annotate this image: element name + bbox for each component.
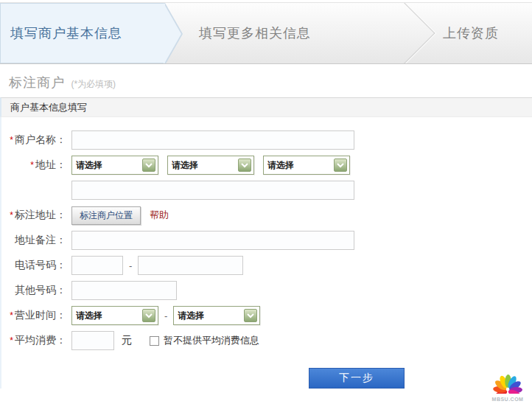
row-other-phone: 其他号码： <box>1 281 532 300</box>
mark-address-label: *标注地址： <box>1 209 66 222</box>
district-select[interactable]: 请选择 <box>263 156 350 175</box>
row-average-cost: *平均消费： 元 暂不提供平均消费信息 <box>1 331 532 350</box>
section-title: 商户基本信息填写 <box>0 97 532 117</box>
close-time-select[interactable]: 请选择 <box>173 306 260 325</box>
required-mark: * <box>10 335 13 346</box>
required-fields-note: (*为必填项) <box>71 79 116 89</box>
chevron-down-icon <box>334 159 347 172</box>
chevron-separator-icon <box>373 2 435 64</box>
chevron-down-icon <box>142 159 155 172</box>
phone-number-input[interactable] <box>138 256 243 275</box>
address-label: *地址： <box>1 159 66 172</box>
city-select[interactable]: 请选择 <box>167 156 254 175</box>
help-link[interactable]: 帮助 <box>150 209 169 222</box>
row-business-hours: *营业时间： 请选择 - 请选择 <box>1 306 532 325</box>
row-merchant-name: *商户名称： <box>1 130 532 150</box>
peacock-logo-icon <box>489 369 526 394</box>
other-phone-input[interactable] <box>71 281 177 300</box>
other-phone-label: 其他号码： <box>1 284 66 297</box>
row-address-note: 地址备注： <box>1 231 532 250</box>
merchant-name-input[interactable] <box>71 130 354 150</box>
wizard-step-more-info: 填写更多相关信息 <box>199 24 311 42</box>
merchant-basic-info-form: *商户名称： *地址： 请选择 请选择 请选择 *标注地址： 标注商户 <box>0 117 532 389</box>
page-title: 标注商户 <box>9 75 65 90</box>
yuan-unit-label: 元 <box>122 334 132 347</box>
chevron-down-icon <box>238 159 251 172</box>
step-wizard: 填写商户基本信息 填写更多相关信息 上传资质 <box>0 2 532 64</box>
open-time-select[interactable]: 请选择 <box>71 306 158 325</box>
address-note-label: 地址备注： <box>1 234 66 247</box>
chevron-down-icon <box>142 309 155 322</box>
title-row: 标注商户 (*为必填项) <box>0 64 532 97</box>
average-cost-label: *平均消费： <box>1 334 66 347</box>
no-average-cost-label: 暂不提供平均消费信息 <box>164 334 259 347</box>
row-phone: 电话号码： - <box>1 256 532 275</box>
province-select[interactable]: 请选择 <box>71 156 158 175</box>
merchant-registration-page: 填写商户基本信息 填写更多相关信息 上传资质 标注商户 (*为必填项) 商户基本… <box>0 0 532 404</box>
mark-merchant-location-button[interactable]: 标注商户位置 <box>71 206 141 225</box>
required-mark: * <box>30 160 34 170</box>
average-cost-input[interactable] <box>71 331 114 350</box>
wizard-step-upload: 上传资质 <box>443 24 499 42</box>
address-detail-input[interactable] <box>71 181 354 200</box>
required-mark: * <box>10 210 13 220</box>
required-mark: * <box>10 310 13 321</box>
watermark-text: MBSU.COM <box>486 397 529 402</box>
no-average-cost-checkbox[interactable] <box>150 336 159 346</box>
business-hours-label: *营业时间： <box>1 309 66 322</box>
hours-separator: - <box>164 310 167 321</box>
row-mark-address: *标注地址： 标注商户位置 帮助 <box>1 206 532 225</box>
site-watermark: MBSU.COM <box>486 369 529 402</box>
next-step-button[interactable]: 下一步 <box>309 368 405 389</box>
required-mark: * <box>10 135 13 145</box>
wizard-step-basic-info: 填写商户基本信息 <box>10 24 122 42</box>
phone-label: 电话号码： <box>1 259 66 272</box>
row-address-detail <box>1 181 532 200</box>
chevron-down-icon <box>244 309 257 322</box>
phone-area-code-input[interactable] <box>71 256 123 275</box>
phone-separator: - <box>129 260 132 271</box>
address-note-input[interactable] <box>71 231 354 250</box>
row-address-selects: *地址： 请选择 请选择 请选择 <box>1 156 532 175</box>
merchant-name-label: *商户名称： <box>1 133 66 147</box>
